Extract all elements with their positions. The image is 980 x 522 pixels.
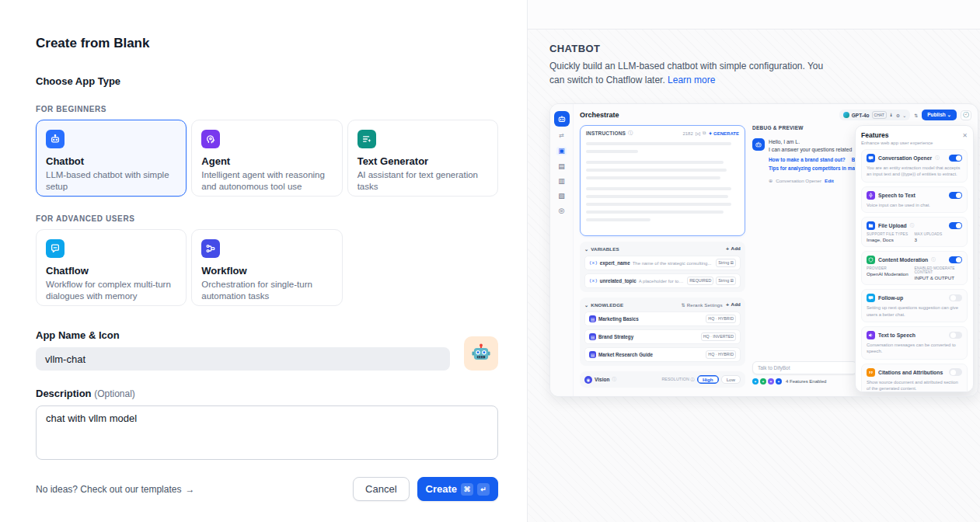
feature-name: Content Moderation [878,257,928,263]
description-label: Description [36,388,92,399]
create-form-panel: Create from Blank Choose App Type FOR BE… [0,0,527,522]
info-icon: ⓘ [612,377,616,382]
knowledge-row: ▤ Brand Strategy HQ · INVERTED [584,329,741,344]
preview-sidebar: ⇄ ▣ ▤ ▥ ▧ ◎ [550,104,574,396]
app-type-card-agent[interactable]: Agent Intelligent agent with reasoning a… [191,120,342,197]
preview-panel-header-strip [528,0,980,30]
card-name: Chatbot [46,155,176,167]
info-icon: ⓘ [935,155,940,161]
feature-toggle [949,256,962,264]
meta-label: MAX UPLOADS [915,232,963,236]
cancel-button[interactable]: Cancel [353,477,409,501]
variable-name: expert_name [600,260,630,266]
enter-key-icon: ↵ [477,483,490,496]
app-type-card-chatbot[interactable]: Chatbot LLM-based chatbot with simple se… [36,120,187,197]
info-icon: ⓘ [910,223,915,228]
model-settings-icon: ⚙ [896,113,900,118]
group-label-beginners: FOR BEGINNERS [36,105,498,113]
preview-panel: CHATBOT Quickly build an LLM-based chatb… [527,0,980,522]
conversation-opener-icon [867,154,875,162]
feature-dot-icon: ✦ [776,378,782,385]
app-name-row: App Name & Icon vllm-chat [36,329,498,371]
meta-label: ENABLED MODERATE CONTENT [915,266,963,274]
rerank-settings-button: ⇅ Rerank Settings [682,302,723,308]
app-icon-picker[interactable] [464,336,498,371]
dataset-badge: HQ · HYBRID [706,315,736,323]
variables-section: ⌄ VARIABLES ＋ Add (x) expert_name The na… [580,242,745,292]
dataset-icon: ▤ [589,351,596,358]
chatflow-icon [46,239,65,258]
feature-toggle [949,294,962,302]
feature-name: Citations and Attributions [878,370,943,375]
variable-icon: (x) [589,260,598,266]
variable-type-badge: String ⊞ [716,259,736,267]
variable-type-badge: String ⊞ [716,277,736,285]
bot-greeting-line1: Hello, I am L. [769,139,800,144]
model-name: GPT-4o [852,113,870,118]
app-name-input[interactable]: vllm-chat [36,347,450,371]
vision-section: ◉ Vision ⓘ RESOLUTION ⓘ High Low [580,371,745,388]
app-type-card-text-generator[interactable]: Text Generator AI assistant for text gen… [347,120,498,197]
add-variable-button: ＋ Add [725,245,741,252]
feature-item-file-upload: File Upload ⓘ SUPPORT FILE TYPES Image, … [861,217,968,247]
model-selector: GPT-4o CHAT 🌡 ⚙ ⌄ [839,110,910,120]
feature-name: Follow-up [878,295,903,301]
cmd-key-icon: ⌘ [461,483,473,496]
preview-app-icon [554,111,570,127]
preview-nav-monitoring-icon: ▧ [558,193,565,200]
microphone-icon [867,191,875,200]
modal-footer: No ideas? Check out our templates → Canc… [36,477,498,501]
knowledge-label: KNOWLEDGE [591,302,623,308]
card-name: Chatflow [46,265,176,277]
app-type-card-workflow[interactable]: Workflow Orchestration for single-turn a… [191,229,342,306]
preview-panel-body: CHATBOT Quickly build an LLM-based chatb… [528,30,980,522]
temperature-icon: 🌡 [889,113,894,117]
feature-desc: Conversation messages can be converted t… [867,342,962,355]
bot-greeting-line2: I can answer your questions related [769,147,852,152]
preview-nav-logs-icon: ▤ [558,163,565,170]
instructions-char-count: 2182 [682,131,692,136]
meta-value: OpenAI Moderation [867,271,915,277]
preview-kicker: CHATBOT [549,43,980,54]
feature-dot-icon: ✦ [752,378,759,385]
opener-icon: ⊕ [769,178,772,183]
variable-row: (x) unrelated_topic A placeholder for to… [584,273,741,288]
learn-more-link[interactable]: Learn more [668,75,715,85]
copy-icon: ⧉ [703,130,706,136]
preview-header: Orchestrate GPT-4o CHAT 🌡 ⚙ ⌄ ⇅ [580,110,971,120]
create-button[interactable]: Create ⌘ ↵ [417,477,498,501]
feature-name: Text to Speech [878,332,915,338]
description-label-row: Description (Optional) [36,388,498,399]
meta-value: Image, Docs [867,237,915,242]
resolution-label: RESOLUTION ⓘ [661,377,694,382]
choose-app-type-label: Choose App Type [36,75,498,87]
shield-icon [867,256,875,264]
create-button-label: Create [426,483,457,495]
collapse-icon: ⌄ [584,246,588,252]
templates-link[interactable]: No ideas? Check out our templates → [36,484,194,495]
description-textarea[interactable] [36,405,498,460]
bot-avatar [752,138,765,151]
feature-item-follow-up: Follow-up Setting up next questions sugg… [861,289,968,322]
features-panel: Features ✕ Enhance web app user experien… [855,125,974,392]
preview-nav-annotations-icon: ▥ [558,178,565,185]
publish-button: Publish ⌄ [922,110,957,120]
feature-dot-icon: ✦ [768,378,774,385]
robot-emoji-icon [470,343,492,364]
add-knowledge-button: ＋ Add [725,301,741,308]
features-enabled-label: 4 Features Enabled [786,379,826,384]
opener-label: Conversation Opener [776,178,821,183]
dataset-badge: HQ · HYBRID [706,350,736,359]
vision-icon: ◉ [584,376,592,384]
app-type-card-chatflow[interactable]: Chatflow Workflow for complex multi-turn… [36,229,187,306]
resolution-low-button: Low [721,375,741,384]
dataset-name: Marketing Basics [598,316,703,322]
text-generator-icon [357,130,376,148]
knowledge-section: ⌄ KNOWLEDGE ⇅ Rerank Settings ＋ Add ▤ Ma… [580,298,745,366]
meta-label: SUPPORT FILE TYPES [867,232,915,236]
workflow-icon [201,239,220,258]
quote-icon [867,368,875,377]
group-label-advanced: FOR ADVANCED USERS [36,214,498,223]
feature-item-text-to-speech: Text to Speech Conversation messages can… [861,326,968,360]
app-name-label: App Name & Icon [36,329,453,341]
